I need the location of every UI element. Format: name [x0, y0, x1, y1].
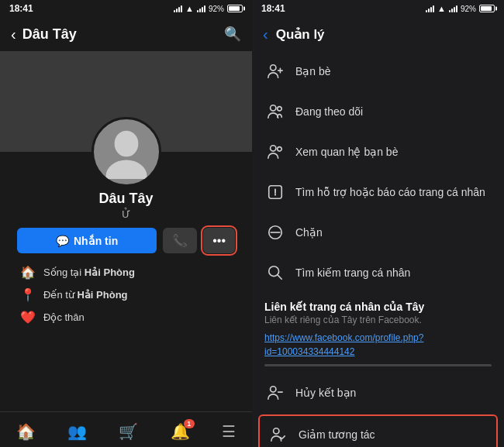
- svg-point-5: [271, 146, 276, 151]
- right-header: ‹ Quản lý: [252, 17, 504, 51]
- info-text-1: Sống tại Hải Phòng: [43, 266, 135, 278]
- menu-item-xem-quan-he[interactable]: Xem quan hệ bạn bè: [252, 132, 504, 172]
- link-divider: [264, 364, 492, 366]
- right-battery-percent: 92%: [461, 5, 476, 13]
- svg-point-0: [114, 131, 138, 157]
- svg-point-4: [278, 107, 282, 112]
- search-button[interactable]: 🔍: [224, 26, 241, 43]
- message-button[interactable]: 💬 Nhắn tin: [17, 228, 157, 253]
- profile-subtitle: Ử: [122, 208, 130, 220]
- avatar-wrapper: [91, 117, 161, 187]
- signal-bar-1: [174, 10, 175, 12]
- home-icon: 🏠: [20, 265, 36, 280]
- menu-item-tim-ho-tro[interactable]: Tìm hỗ trợ hoặc báo cáo trang cá nhân: [252, 172, 504, 212]
- r-signal-bar-7: [454, 7, 455, 12]
- friends-icon: [264, 60, 286, 82]
- profile-url[interactable]: https://www.facebook.com/profile.php?id=…: [264, 332, 423, 357]
- r-signal-bar-3: [430, 7, 432, 12]
- menu-nav-icon: ☰: [222, 422, 236, 441]
- left-header-left: ‹ Dâu Tây: [11, 26, 77, 43]
- signal-bar-7: [202, 7, 203, 12]
- home-nav-icon: 🏠: [16, 422, 36, 441]
- avatar: [91, 117, 161, 187]
- back-button[interactable]: ‹: [11, 26, 16, 43]
- nav-marketplace[interactable]: 🛒: [119, 422, 138, 441]
- right-back-button[interactable]: ‹: [263, 26, 268, 43]
- action-buttons: 💬 Nhắn tin 📞 •••: [11, 228, 241, 253]
- menu-item-giam-tuong-tac[interactable]: Giảm tương tác: [258, 414, 498, 447]
- chan-label: Chặn: [295, 226, 492, 239]
- call-button[interactable]: 📞: [163, 228, 197, 253]
- signal-bar-2: [176, 9, 178, 12]
- menu-item-dang-theo-doi[interactable]: Đang theo dõi: [252, 91, 504, 132]
- link-section: Liên kết trang cá nhân của Tây Liên kết …: [252, 293, 504, 373]
- battery-fill: [229, 6, 240, 11]
- huy-ket-ban-label: Hủy kết bạn: [295, 387, 492, 399]
- info-text-3: Độc thân: [43, 311, 85, 323]
- block-icon: [264, 222, 286, 243]
- heart-icon: ❤️: [20, 310, 36, 325]
- svg-point-6: [278, 147, 282, 152]
- signal-bar-5: [197, 10, 198, 12]
- signal-bars: [174, 5, 182, 12]
- right-wifi-icon: ▲: [437, 4, 446, 13]
- r-signal-bar-2: [428, 9, 430, 12]
- link-section-title: Liên kết trang cá nhân của Tây: [264, 301, 492, 313]
- profile-display-name: Dâu Tây: [98, 191, 153, 207]
- messenger-icon: 💬: [56, 235, 69, 247]
- menu-item-huy-ket-ban[interactable]: Hủy kết bạn: [252, 373, 504, 413]
- battery-icon: [227, 5, 243, 12]
- giam-tuong-tac-label: Giảm tương tác: [299, 428, 488, 441]
- right-status-icons: ▲ 92%: [426, 4, 495, 13]
- nav-notifications[interactable]: 🔔 1: [171, 422, 190, 441]
- notification-badge: 1: [184, 419, 195, 428]
- right-status-bar: 18:41 ▲ 92%: [252, 0, 504, 17]
- menu-list: Bạn bè Đang theo dõi Xem: [252, 51, 504, 447]
- message-label: Nhắn tin: [74, 235, 118, 247]
- menu-item-ban-be[interactable]: Bạn bè: [252, 51, 504, 91]
- cover-photo: [0, 51, 252, 152]
- signal-bar-8: [204, 5, 205, 12]
- svg-point-3: [271, 105, 276, 111]
- left-header: ‹ Dâu Tây 🔍: [0, 17, 252, 51]
- svg-point-2: [271, 65, 276, 70]
- list-item: 📍 Đến từ Hải Phòng: [17, 284, 235, 306]
- r-signal-bar-8: [456, 5, 457, 12]
- menu-item-chan[interactable]: Chặn: [252, 212, 504, 253]
- left-panel: 18:41 ▲ 92% ‹ Dâu Tây: [0, 0, 252, 447]
- r-signal-bar-6: [451, 9, 453, 12]
- right-battery-fill: [481, 6, 492, 11]
- svg-point-12: [271, 387, 276, 392]
- left-status-icons: ▲ 92%: [174, 4, 243, 13]
- bottom-nav: 🏠 👥 🛒 🔔 1 ☰: [0, 411, 252, 447]
- tim-kiem-label: Tìm kiếm trang cá nhân: [295, 266, 492, 279]
- info-list: 🏠 Sống tại Hải Phòng 📍 Đến từ Hải Phòng …: [11, 261, 241, 328]
- right-panel: 18:41 ▲ 92% ‹ Quản lý: [252, 0, 504, 447]
- right-signal-bars: [426, 5, 434, 12]
- nav-home[interactable]: 🏠: [16, 422, 36, 441]
- list-item: ❤️ Độc thân: [17, 306, 235, 328]
- xem-quan-he-label: Xem quan hệ bạn bè: [295, 146, 492, 158]
- svg-line-11: [278, 275, 281, 279]
- marketplace-nav-icon: 🛒: [119, 422, 138, 441]
- nav-friends[interactable]: 👥: [67, 422, 87, 441]
- phone-icon: 📞: [172, 233, 188, 248]
- menu-item-tim-kiem[interactable]: Tìm kiếm trang cá nhân: [252, 253, 504, 293]
- friends-nav-icon: 👥: [67, 422, 87, 441]
- tim-ho-tro-label: Tìm hỗ trợ hoặc báo cáo trang cá nhân: [295, 186, 492, 198]
- following-icon: [264, 101, 286, 122]
- unfriend-icon: [264, 382, 286, 404]
- signal-bars-2: [197, 5, 205, 12]
- nav-menu[interactable]: ☰: [222, 422, 236, 441]
- more-icon: •••: [212, 234, 226, 248]
- wifi-icon: ▲: [185, 4, 194, 13]
- search-profile-icon: [264, 262, 286, 284]
- svg-point-14: [274, 428, 279, 434]
- left-status-bar: 18:41 ▲ 92%: [0, 0, 252, 17]
- location-icon: 📍: [20, 287, 36, 302]
- info-text-2: Đến từ Hải Phòng: [43, 289, 128, 301]
- more-button[interactable]: •••: [203, 228, 235, 253]
- r-signal-bar-4: [433, 5, 434, 12]
- reduce-interaction-icon: [268, 424, 289, 445]
- signal-bar-6: [199, 9, 201, 12]
